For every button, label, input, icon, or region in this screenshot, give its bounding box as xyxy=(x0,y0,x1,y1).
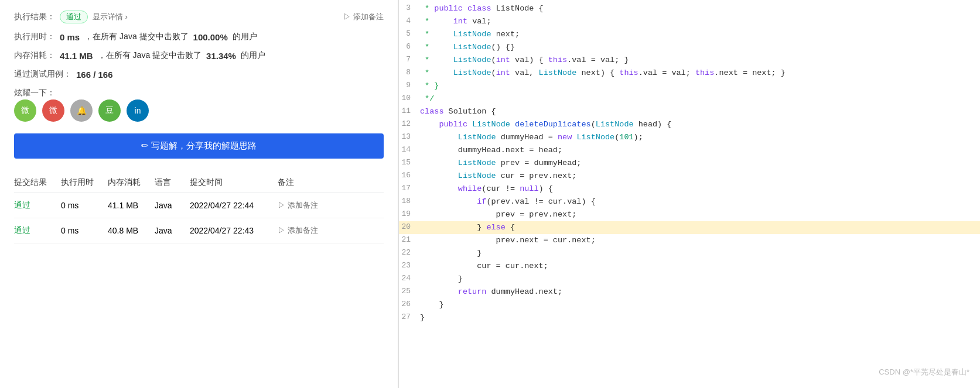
show-detail-link[interactable]: 显示详情 › xyxy=(93,12,128,22)
row2-memory: 40.8 MB xyxy=(108,226,155,235)
testcase-row: 通过测试用例： 166 / 166 xyxy=(14,69,384,80)
wechat-icon[interactable]: 微 xyxy=(14,99,36,122)
write-solution-button[interactable]: ✏ 写题解，分享我的解题思路 xyxy=(14,133,384,159)
col-memory: 内存消耗 xyxy=(108,177,155,188)
code-line-14: 14 dummyHead.next = head; xyxy=(399,144,980,157)
code-line-12: 12 public ListNode deleteDuplicates(List… xyxy=(399,118,980,131)
row1-submit-time: 2022/04/27 22:44 xyxy=(190,201,278,210)
social-icons-group: 微 微 🔔 豆 in xyxy=(14,99,384,122)
memory-suffix: 的用户 xyxy=(241,50,265,61)
code-area: 3 * public class ListNode { 4 * int val;… xyxy=(399,0,980,327)
code-line-22: 22 } xyxy=(399,247,980,260)
code-line-4: 4 * int val; xyxy=(399,15,980,28)
testcase-label: 通过测试用例： xyxy=(14,69,71,80)
code-line-23: 23 cur = cur.next; xyxy=(399,260,980,273)
testcase-value: 166 / 166 xyxy=(76,70,113,80)
code-line-6: 6 * ListNode() {} xyxy=(399,41,980,54)
execution-result-label: 执行结果： xyxy=(14,12,55,22)
row2-lang: Java xyxy=(155,226,190,235)
code-line-20: 20 } else { xyxy=(399,221,980,234)
row2-result[interactable]: 通过 xyxy=(14,225,61,236)
code-line-5: 5 * ListNode next; xyxy=(399,28,980,41)
table-header: 提交结果 执行用时 内存消耗 语言 提交时间 备注 xyxy=(14,173,384,193)
time-suffix: 的用户 xyxy=(233,32,257,42)
code-line-15: 15 ListNode prev = dummyHead; xyxy=(399,157,980,170)
code-line-11: 11 class Solution { xyxy=(399,105,980,118)
code-line-21: 21 prev.next = cur.next; xyxy=(399,234,980,247)
row1-add-note[interactable]: ▷ 添加备注 xyxy=(278,200,384,211)
code-line-10: 10 */ xyxy=(399,92,980,105)
left-panel: 执行结果： 通过 显示详情 › ▷ 添加备注 执行用时： 0 ms ，在所有 J… xyxy=(0,0,398,388)
code-line-25: 25 return dummyHead.next; xyxy=(399,286,980,298)
execution-result-row: 执行结果： 通过 显示详情 › ▷ 添加备注 xyxy=(14,11,384,23)
row2-submit-time: 2022/04/27 22:43 xyxy=(190,226,278,235)
bell-icon[interactable]: 🔔 xyxy=(70,99,93,122)
memory-label: 内存消耗： xyxy=(14,50,55,61)
time-percent: 100.00% xyxy=(193,32,228,42)
pass-badge: 通过 xyxy=(60,11,88,23)
code-line-8: 8 * ListNode(int val, ListNode next) { t… xyxy=(399,67,980,80)
code-line-18: 18 if(prev.val != cur.val) { xyxy=(399,195,980,208)
code-line-17: 17 while(cur != null) { xyxy=(399,183,980,195)
code-line-13: 13 ListNode dummyHead = new ListNode(101… xyxy=(399,131,980,144)
code-line-24: 24 } xyxy=(399,273,980,286)
col-result: 提交结果 xyxy=(14,177,61,188)
table-row: 通过 0 ms 40.8 MB Java 2022/04/27 22:43 ▷ … xyxy=(14,218,384,243)
code-line-7: 7 * ListNode(int val) { this.val = val; … xyxy=(399,54,980,67)
col-submit-time: 提交时间 xyxy=(190,177,278,188)
douban-icon[interactable]: 豆 xyxy=(98,99,121,122)
row1-time: 0 ms xyxy=(61,201,108,210)
col-time: 执行用时 xyxy=(61,177,108,188)
memory-row: 内存消耗： 41.1 MB ，在所有 Java 提交中击败了 31.34% 的用… xyxy=(14,50,384,61)
row1-result[interactable]: 通过 xyxy=(14,200,61,211)
watermark: CSDN @*平芜尽处是春山* xyxy=(879,367,969,377)
code-line-27: 27 } xyxy=(399,311,980,324)
add-note-button[interactable]: ▷ 添加备注 xyxy=(343,12,384,22)
code-line-3: 3 * public class ListNode { xyxy=(399,2,980,15)
col-note: 备注 xyxy=(278,177,384,188)
code-line-19: 19 prev = prev.next; xyxy=(399,208,980,221)
time-value: 0 ms xyxy=(60,32,80,42)
submissions-section: 提交结果 执行用时 内存消耗 语言 提交时间 备注 通过 0 ms 41.1 M… xyxy=(14,173,384,243)
row2-time: 0 ms xyxy=(61,226,108,235)
memory-value: 41.1 MB xyxy=(60,51,93,61)
share-section: 炫耀一下： 微 微 🔔 豆 in xyxy=(14,88,384,122)
row2-add-note[interactable]: ▷ 添加备注 xyxy=(278,225,384,236)
time-desc: ，在所有 Java 提交中击败了 xyxy=(84,32,188,42)
linkedin-icon[interactable]: in xyxy=(127,99,149,122)
memory-percent: 31.34% xyxy=(206,51,236,61)
code-line-16: 16 ListNode cur = prev.next; xyxy=(399,170,980,183)
share-label: 炫耀一下： xyxy=(14,88,384,98)
code-panel: 3 * public class ListNode { 4 * int val;… xyxy=(399,0,980,388)
table-row: 通过 0 ms 41.1 MB Java 2022/04/27 22:44 ▷ … xyxy=(14,193,384,218)
time-label: 执行用时： xyxy=(14,32,55,42)
weibo-icon[interactable]: 微 xyxy=(42,99,64,122)
row1-memory: 41.1 MB xyxy=(108,201,155,210)
code-line-26: 26 } xyxy=(399,298,980,311)
col-lang: 语言 xyxy=(155,177,190,188)
code-line-9: 9 * } xyxy=(399,80,980,92)
execution-time-row: 执行用时： 0 ms ，在所有 Java 提交中击败了 100.00% 的用户 xyxy=(14,32,384,42)
memory-desc: ，在所有 Java 提交中击败了 xyxy=(98,50,202,61)
row1-lang: Java xyxy=(155,201,190,210)
